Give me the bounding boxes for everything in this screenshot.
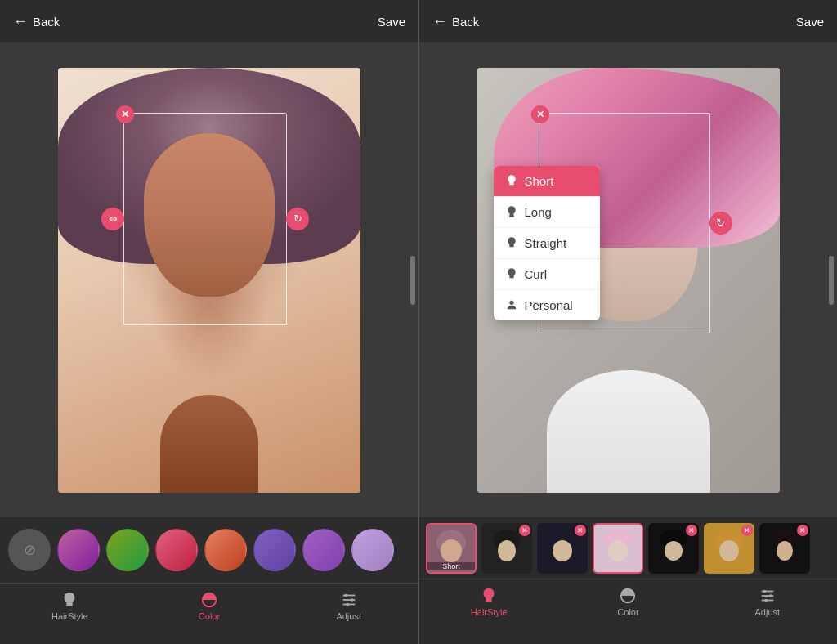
right-photo: ✕ ⇔ ↻ Short Long — [477, 68, 780, 493]
left-header: ← Back Save — [0, 0, 418, 42]
tab-adjust-right[interactable]: Adjust — [698, 587, 837, 617]
tab-hairstyle-label-left: HairStyle — [51, 611, 88, 621]
thumb-2[interactable]: ✕ — [481, 523, 532, 574]
personal-hair-icon — [505, 298, 518, 311]
tab-color-right[interactable]: Color — [558, 587, 697, 617]
dropdown-label-long: Long — [525, 205, 552, 219]
svg-point-19 — [719, 540, 739, 561]
swatch-green-dark[interactable] — [106, 529, 149, 571]
left-tabs-row: HairStyle Color Adjust — [0, 583, 418, 628]
tab-hairstyle-right[interactable]: HairStyle — [419, 587, 558, 617]
selection-rect-left[interactable]: ✕ ⇔ ↻ — [123, 113, 287, 325]
hairstyle-icon-left — [60, 591, 78, 609]
back-arrow-icon-right: ← — [432, 13, 447, 30]
thumb-short-label: Short — [427, 562, 475, 570]
thumb-4[interactable] — [593, 523, 643, 574]
dropdown-item-straight[interactable]: Straight — [494, 228, 600, 259]
color-icon-left — [200, 591, 218, 609]
close-x-button-left[interactable]: ✕ — [116, 105, 134, 123]
tab-adjust-left[interactable]: Adjust — [279, 591, 418, 621]
svg-point-17 — [665, 541, 683, 561]
straight-hair-icon — [505, 236, 518, 249]
hairstyle-dropdown: Short Long Straight — [494, 166, 600, 320]
resize-handle-right-right[interactable]: ↻ — [709, 212, 732, 235]
svg-point-15 — [608, 540, 628, 561]
svg-point-11 — [498, 540, 516, 561]
swatch-orange[interactable] — [204, 529, 247, 571]
thumb-delete-6[interactable]: ✕ — [741, 525, 753, 536]
long-hair-icon — [505, 205, 518, 218]
color-icon-right — [619, 587, 637, 605]
thumb-5[interactable]: ✕ — [648, 523, 699, 574]
thumb-hair-svg-2 — [490, 528, 524, 569]
thumb-delete-2[interactable]: ✕ — [519, 525, 530, 536]
resize-handle-left[interactable]: ⇔ — [101, 208, 124, 230]
swatch-violet[interactable] — [302, 529, 345, 571]
svg-point-5 — [351, 598, 354, 602]
dropdown-item-curl[interactable]: Curl — [494, 259, 600, 290]
thumb-delete-7[interactable]: ✕ — [797, 525, 808, 536]
color-swatches-row: ⊘ — [0, 517, 418, 583]
right-back-button[interactable]: ← Back — [432, 13, 479, 30]
right-panel: ← Back Save ✕ ⇔ ↻ — [418, 0, 837, 644]
back-arrow-icon: ← — [13, 13, 28, 30]
dropdown-item-short[interactable]: Short — [494, 166, 600, 197]
right-bottom-bar: Short ✕ ✕ — [419, 517, 837, 644]
tab-color-label-right: Color — [617, 607, 638, 617]
swatch-lavender[interactable] — [351, 529, 394, 571]
left-photo: ✕ ⇔ ↻ — [58, 68, 360, 493]
svg-point-7 — [509, 301, 513, 305]
thumb-delete-3[interactable]: ✕ — [575, 525, 586, 536]
dropdown-label-straight: Straight — [525, 236, 567, 250]
thumb-6[interactable]: ✕ — [704, 523, 754, 574]
svg-point-28 — [764, 598, 768, 602]
svg-point-27 — [769, 594, 772, 597]
left-save-button[interactable]: Save — [378, 15, 405, 29]
adjust-icon-left — [340, 591, 358, 609]
swatch-none[interactable]: ⊘ — [8, 529, 51, 571]
tab-color-left[interactable]: Color — [140, 591, 280, 621]
resize-handle-right[interactable]: ↻ — [286, 208, 309, 230]
thumb-short[interactable]: Short — [426, 523, 477, 574]
tab-adjust-label-left: Adjust — [336, 611, 361, 621]
tab-hairstyle-left[interactable]: HairStyle — [0, 591, 140, 621]
adjust-icon-right — [759, 587, 777, 605]
svg-point-4 — [344, 593, 347, 597]
right-save-button[interactable]: Save — [796, 15, 824, 29]
back-label-right: Back — [452, 15, 479, 29]
svg-point-9 — [441, 539, 462, 562]
curl-hair-icon — [505, 267, 518, 280]
side-scroll-left[interactable] — [410, 256, 415, 305]
thumb-delete-5[interactable]: ✕ — [686, 525, 697, 536]
right-header: ← Back Save — [419, 0, 837, 42]
dropdown-item-personal[interactable]: Personal — [494, 290, 600, 320]
left-panel: ← Back Save ✕ ⇔ ↻ ⊘ — [0, 0, 418, 644]
left-bottom-bar: ⊘ HairStyle Color — [0, 517, 418, 644]
thumb-hair-svg-5 — [656, 528, 691, 569]
close-x-button-right[interactable]: ✕ — [531, 105, 549, 123]
swatch-purple-dark[interactable] — [57, 529, 100, 571]
dropdown-item-long[interactable]: Long — [494, 197, 600, 228]
left-back-button[interactable]: ← Back — [13, 13, 60, 30]
swatch-red[interactable] — [155, 529, 198, 571]
svg-point-13 — [553, 540, 572, 561]
short-hair-icon — [505, 174, 518, 187]
thumb-7[interactable]: ✕ — [759, 523, 810, 574]
side-scroll-right[interactable] — [829, 256, 834, 305]
hairstyle-icon-right — [480, 587, 498, 605]
svg-point-21 — [777, 541, 793, 561]
thumb-hair-svg-3 — [545, 528, 580, 569]
tab-adjust-label-right: Adjust — [755, 607, 781, 617]
hairstyle-thumbs-row: Short ✕ ✕ — [419, 517, 837, 579]
back-label: Back — [33, 15, 60, 29]
swatch-purple-mid[interactable] — [253, 529, 296, 571]
right-tabs-row: HairStyle Color Adjust — [419, 579, 837, 624]
thumb-3[interactable]: ✕ — [537, 523, 588, 574]
right-photo-area: ✕ ⇔ ↻ Short Long — [419, 42, 837, 517]
thumb-hair-svg-4 — [601, 528, 635, 569]
dropdown-label-curl: Curl — [525, 267, 548, 281]
tab-hairstyle-label-right: HairStyle — [471, 607, 508, 617]
thumb-hair-svg-6 — [712, 528, 746, 569]
left-photo-area: ✕ ⇔ ↻ — [0, 42, 418, 517]
thumb-hair-svg-7 — [768, 528, 802, 569]
